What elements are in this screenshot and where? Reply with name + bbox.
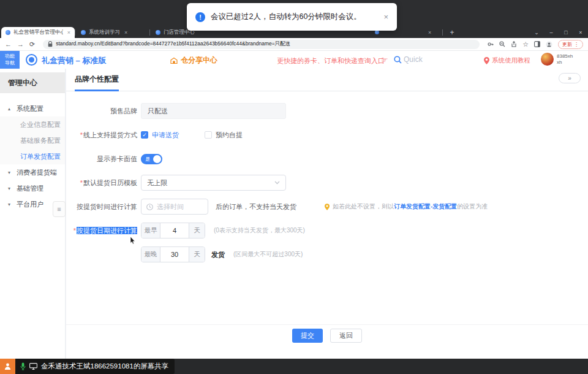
sidebar-group-basic-mgmt[interactable]: ▾ 基础管理 <box>0 180 65 196</box>
profile-icon[interactable] <box>546 41 552 48</box>
side-panel-icon[interactable] <box>534 41 540 47</box>
hamburger-icon: ≡ <box>57 205 61 213</box>
user-sub: xh <box>557 59 573 66</box>
caret-down-icon: ▾ <box>8 186 13 191</box>
new-tab-button[interactable]: + <box>447 28 457 37</box>
zoom-icon[interactable] <box>499 41 505 47</box>
back-button[interactable]: 返回 <box>330 329 362 343</box>
tab-search-chevron-icon[interactable]: ⌄ <box>529 27 544 38</box>
pointing-hand-icon: ☞ <box>381 55 388 64</box>
required-star: * <box>80 131 83 139</box>
latest-days-group: 最晚 天 <box>141 246 205 262</box>
toast-message: 会议已超过2人，自动转为60分钟限时会议。 <box>211 12 361 22</box>
shipping-config-link[interactable]: 订单发货配置-发货配置 <box>394 203 457 210</box>
share-icon[interactable] <box>511 41 517 47</box>
sidebar: 管理中心 ▴ 系统配置 企业信息配置 基础服务配置 订单发货配置 ▾ 消费者提货… <box>0 69 65 359</box>
sharer-avatar <box>0 359 15 374</box>
user-avatar[interactable] <box>541 53 554 66</box>
tab-brand-config[interactable]: 品牌个性配置 <box>75 74 119 91</box>
earliest-unit: 天 <box>189 223 205 238</box>
window-close-button[interactable]: × <box>573 27 588 38</box>
clock-icon <box>146 204 153 210</box>
setting-tip: 如若此处不设置，则以订单发货配置-发货配置的设置为准 <box>325 202 488 211</box>
checkbox-label: 申请送货 <box>152 131 179 140</box>
forward-icon[interactable]: → <box>17 41 24 48</box>
checkbox-self-pickup[interactable]: 预约自提 <box>205 131 243 140</box>
checkbox-unchecked-icon[interactable] <box>205 131 212 139</box>
function-nav-button[interactable]: 功能 导航 <box>0 51 20 69</box>
warehouse-share-center-link[interactable]: 仓分享中心 <box>170 55 217 66</box>
tab-favicon-icon <box>156 30 160 35</box>
latest-note: (区间最大不可超过300天) <box>233 250 303 259</box>
submit-button[interactable]: 提交 <box>292 329 323 343</box>
sidebar-group-consumer[interactable]: ▾ 消费者提货端 <box>0 164 65 180</box>
toast-close-icon[interactable]: × <box>383 12 388 21</box>
time-picker-input[interactable] <box>157 203 200 210</box>
window-maximize-button[interactable]: □ <box>559 27 573 38</box>
url-text: standard.maboy.cn/EditBand?brandcode=844… <box>56 40 290 48</box>
field-label: 按提货时间进行计算 <box>70 202 137 212</box>
sidebar-item-company-info[interactable]: 企业信息配置 <box>0 116 65 132</box>
latest-days-input[interactable] <box>160 247 189 262</box>
tab-favicon-icon <box>81 30 86 35</box>
browser-update-button[interactable]: 更新 ⋮ <box>558 40 583 49</box>
pin-icon <box>484 57 489 64</box>
browser-tab-active[interactable]: 礼盒营销平台管理中心 × <box>1 27 75 38</box>
share-status-label: 金禾通技术王斌18662591081的屏幕共享 <box>15 359 175 374</box>
tab-separator <box>149 29 150 36</box>
earliest-prefix: 最早 <box>141 223 160 238</box>
browser-tab[interactable]: × <box>423 27 441 38</box>
window-minimize-button[interactable]: – <box>544 27 559 38</box>
app-header: 功能 导航 礼盒营销 – 标准版 仓分享中心 更快捷的券卡、订单和快递查询入口 … <box>0 51 588 69</box>
sidebar-item-label: 基础管理 <box>17 184 43 193</box>
sidebar-collapse-handle[interactable]: ≡ <box>53 201 66 217</box>
presale-brand-input[interactable] <box>141 103 286 119</box>
required-star: * <box>74 227 76 234</box>
sidebar-group-system-config[interactable]: ▴ 系统配置 <box>0 101 65 116</box>
tab-close-icon[interactable]: × <box>124 29 127 36</box>
field-label: *按提货日期进行计算 <box>70 226 137 235</box>
warehouse-icon <box>170 57 178 64</box>
checkbox-delivery[interactable]: ✓ 申请送货 <box>141 131 179 140</box>
calendar-template-select[interactable]: 无上限 <box>141 175 286 191</box>
face-value-toggle[interactable]: 是 <box>141 154 162 164</box>
meeting-toast: ! 会议已超过2人，自动转为60分钟限时会议。 × <box>187 3 397 31</box>
quick-search-button[interactable]: Quick <box>394 55 423 64</box>
back-icon[interactable]: ← <box>5 41 12 48</box>
required-star: * <box>80 179 83 186</box>
screen-share-icon <box>29 363 37 370</box>
browser-tab[interactable]: 系统培训学习 × <box>77 27 149 38</box>
form-row-by-pickup-date-earliest: *按提货日期进行计算 最早 天 (0表示支持当天发货，最大300天) <box>66 223 588 239</box>
toggle-knob <box>153 155 161 163</box>
tab-close-icon[interactable]: × <box>428 29 431 36</box>
earliest-days-group: 最早 天 <box>141 223 205 239</box>
sidebar-item-label: 消费者提货端 <box>17 168 57 177</box>
earliest-days-input[interactable] <box>160 223 189 238</box>
field-label: 预售品牌 <box>70 107 137 116</box>
caret-down-icon: ▾ <box>8 202 13 207</box>
search-icon <box>394 56 402 64</box>
nav-line: 功能 <box>5 53 15 59</box>
latest-unit: 天 <box>189 247 205 262</box>
time-picker[interactable] <box>141 199 208 215</box>
reload-icon[interactable]: ⟳ <box>29 41 35 48</box>
tab-title: 礼盒营销平台管理中心 <box>13 29 63 36</box>
tab-close-icon[interactable]: × <box>67 29 70 36</box>
address-bar[interactable]: standard.maboy.cn/EditBand?brandcode=844… <box>43 40 480 49</box>
system-tutorial-link[interactable]: 系统使用教程 <box>484 56 530 65</box>
field-label: *线上支持提货方式 <box>70 131 137 140</box>
mouse-cursor-icon <box>130 237 135 245</box>
more-menu-icon: ⋮ <box>574 42 579 47</box>
screen-share-bar: 金禾通技术王斌18662591081的屏幕共享 <box>0 359 588 374</box>
user-id: 8385xh <box>557 53 573 59</box>
microphone-icon <box>20 362 26 370</box>
bookmark-star-icon[interactable]: ☆ <box>522 41 529 48</box>
sidebar-item-order-shipping[interactable]: 订单发货配置 <box>0 148 65 164</box>
key-icon[interactable] <box>488 41 494 47</box>
sidebar-item-basic-service[interactable]: 基础服务配置 <box>0 132 65 148</box>
share-text: 金禾通技术王斌18662591081的屏幕共享 <box>41 362 168 371</box>
sidebar-item-label: 基础服务配置 <box>20 136 61 145</box>
panel-collapse-button[interactable]: » <box>559 73 581 83</box>
checkbox-checked-icon[interactable]: ✓ <box>141 131 148 139</box>
highlighted-label-text: 按提货日期进行计算 <box>77 227 137 234</box>
